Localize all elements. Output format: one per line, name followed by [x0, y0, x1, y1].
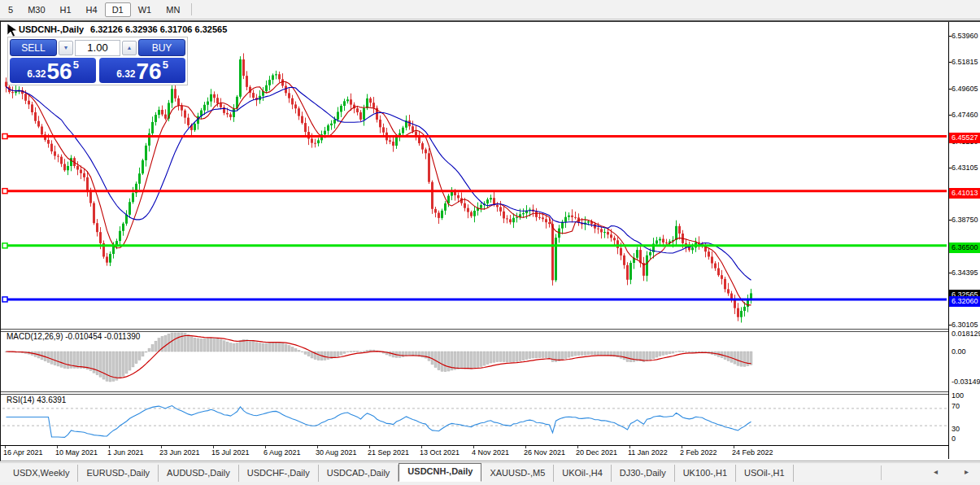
price-tick-label: 6.53960 [952, 32, 978, 40]
timeframe-button-d1[interactable]: D1 [105, 2, 131, 17]
date-axis: 16 Apr 202110 May 20211 Jun 202123 Jun 2… [1, 445, 948, 460]
buy-price-big: 76 [136, 62, 161, 81]
macd-axis-label: 0.00 [952, 347, 966, 356]
timeframe-button-m30[interactable]: M30 [20, 2, 52, 17]
buy-price-small: 6.32 [116, 68, 135, 80]
date-tick-label: 20 Dec 2021 [576, 448, 617, 457]
price-tick-label: 6.51815 [952, 58, 978, 66]
chart-tab-usdcnh-daily[interactable]: USDCNH-,Daily [399, 463, 481, 482]
chart-symbol-label: USDCNH-,Daily [19, 24, 84, 34]
tab-scroll-right-icon[interactable]: ▸ [965, 467, 969, 476]
sell-price-box[interactable]: 6.32 56 5 [10, 58, 96, 83]
tab-scroll-left-icon[interactable]: ◂ [934, 467, 938, 476]
panel-separator-rsi[interactable] [1, 391, 948, 395]
chart-tab-usdcad-daily[interactable]: USDCAD-,Daily [319, 465, 399, 482]
date-tick-label: 1 Jun 2021 [107, 448, 144, 457]
chart-window: USDCNH-,Daily6.32126 6.32936 6.31706 6.3… [0, 20, 980, 461]
price-axis: 6.539606.518156.496056.474606.452506.431… [948, 22, 980, 459]
date-tick-label: 13 Oct 2021 [420, 448, 460, 457]
date-tick-label: 16 Apr 2021 [3, 448, 43, 457]
rsi-axis-label: 70 [952, 402, 960, 410]
buy-price-box[interactable]: 6.32 76 5 [99, 58, 185, 83]
date-tick-label: 11 Jan 2022 [628, 448, 668, 457]
mt4-window: 5M30H1H4D1W1MN USDCNH-,Daily6.32126 6.32… [0, 0, 980, 485]
chart-tab-eurusd-daily[interactable]: EURUSD-,Daily [78, 465, 159, 482]
price-tick-label: 6.30105 [952, 321, 978, 329]
date-tick-label: 10 May 2021 [55, 448, 98, 457]
rsi-panel[interactable] [1, 395, 948, 445]
chart-tab-usdchf-daily[interactable]: USDCHF-,Daily [239, 465, 319, 482]
timeframe-button-h1[interactable]: H1 [53, 2, 79, 17]
timeframe-toolbar: 5M30H1H4D1W1MN [0, 0, 980, 20]
price-badge: 6.41013 [949, 188, 980, 199]
volume-increase-button[interactable]: ▲ [122, 41, 137, 55]
timeframe-button-w1[interactable]: W1 [131, 2, 159, 17]
chart-tab-dj30-daily[interactable]: DJ30-,Daily [612, 465, 675, 482]
sell-button[interactable]: SELL [10, 39, 57, 56]
rsi-axis-label: 30 [952, 425, 960, 433]
rsi-label: RSI(14) 43.6391 [7, 395, 66, 404]
macd-panel[interactable] [1, 332, 948, 391]
price-tick-label: 6.43105 [952, 164, 978, 172]
timeframe-button-h4[interactable]: H4 [79, 2, 105, 17]
chart-ohlc-values: 6.32126 6.32936 6.31706 6.32565 [90, 24, 227, 34]
volume-input[interactable]: 1.00 [75, 40, 120, 56]
tabbar-divider [881, 465, 882, 480]
rsi-axis-label: 100 [952, 391, 964, 400]
date-tick-label: 15 Jul 2021 [211, 448, 250, 457]
toolbar-separator [191, 3, 192, 15]
chart-tab-usdx-weekly[interactable]: USDX,Weekly [5, 465, 78, 482]
date-tick-label: 23 Jun 2021 [159, 448, 200, 457]
price-tick-label: 6.49605 [952, 85, 978, 93]
chart-tab-xauusd-m5[interactable]: XAUUSD-,M5 [481, 465, 554, 482]
buy-price-sup: 5 [163, 59, 168, 71]
price-tick-label: 6.47460 [952, 111, 978, 119]
price-badge: 6.36500 [949, 242, 980, 253]
timeframe-button-mn[interactable]: MN [159, 2, 187, 17]
date-tick-label: 6 Aug 2021 [264, 448, 301, 457]
chart-tab-audusd-daily[interactable]: AUDUSD-,Daily [159, 465, 239, 482]
macd-axis-label: -0.031495 [952, 378, 980, 386]
date-tick-label: 30 Aug 2021 [316, 448, 357, 457]
macd-axis-label: 0.018129 [952, 330, 980, 338]
date-tick-label: 4 Nov 2021 [472, 448, 509, 457]
rsi-axis-label: 0 [952, 435, 956, 443]
price-badge: 6.45527 [949, 133, 980, 143]
buy-button[interactable]: BUY [138, 39, 185, 56]
mouse-cursor-icon [7, 24, 17, 37]
chart-tab-uk100-h1[interactable]: UK100-,H1 [675, 465, 736, 482]
sell-price-small: 6.32 [27, 68, 46, 80]
date-tick-label: 24 Feb 2022 [732, 448, 773, 457]
timeframe-button-5[interactable]: 5 [1, 2, 20, 17]
date-tick-label: 26 Nov 2021 [524, 448, 565, 457]
macd-label: MACD(12,26,9) -0.010454 -0.011390 [7, 332, 140, 341]
volume-decrease-button[interactable]: ▼ [59, 41, 73, 55]
price-badge: 6.32060 [949, 296, 980, 307]
price-tick-label: 6.34395 [952, 269, 978, 277]
chart-tab-usoil-h1[interactable]: USOil-,H1 [736, 465, 794, 482]
date-tick-label: 2 Feb 2022 [680, 448, 717, 457]
date-tick-label: 21 Sep 2021 [368, 448, 409, 457]
chart-tab-bar: ◂ ▸ USDX,WeeklyEURUSD-,DailyAUDUSD-,Dail… [0, 462, 980, 482]
status-bar [0, 482, 980, 485]
chart-title: USDCNH-,Daily6.32126 6.32936 6.31706 6.3… [19, 24, 227, 34]
chart-tab-ukoil-h4[interactable]: UKOil-,H4 [554, 465, 612, 482]
sell-price-sup: 5 [73, 59, 79, 71]
one-click-trade-panel: SELL ▼ 1.00 ▲ BUY 6.32 56 5 6.32 76 5 [7, 37, 188, 85]
panel-separator-macd[interactable] [1, 329, 948, 332]
sell-price-big: 56 [46, 62, 72, 81]
price-tick-label: 6.38750 [952, 216, 978, 224]
